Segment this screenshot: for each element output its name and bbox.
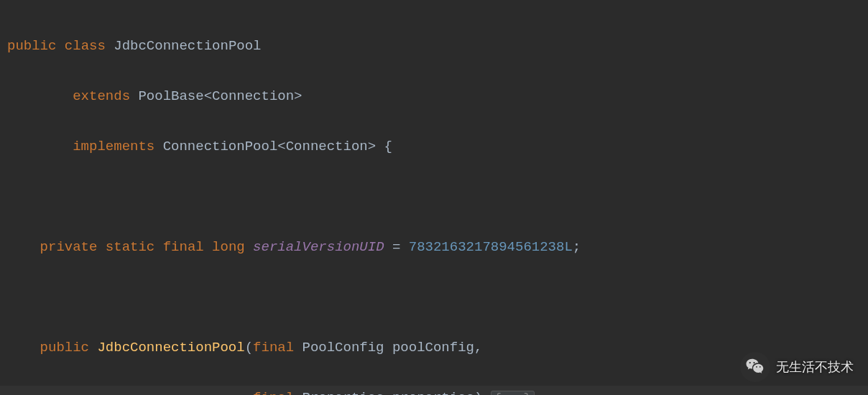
fold-region[interactable]: {...} bbox=[491, 391, 535, 395]
code-line bbox=[0, 185, 868, 210]
code-line: final Properties properties) {...} bbox=[0, 386, 868, 395]
code-line: implements ConnectionPool<Connection> { bbox=[0, 134, 868, 159]
wechat-icon bbox=[740, 352, 770, 382]
code-line bbox=[0, 285, 868, 310]
code-line: public class JdbcConnectionPool bbox=[0, 34, 868, 59]
code-line: extends PoolBase<Connection> bbox=[0, 84, 868, 109]
code-editor[interactable]: public class JdbcConnectionPool extends … bbox=[0, 0, 868, 395]
watermark-text: 无生活不技术 bbox=[776, 355, 854, 380]
watermark: 无生活不技术 bbox=[740, 352, 854, 382]
code-line: public JdbcConnectionPool(final PoolConf… bbox=[0, 335, 868, 361]
code-line: private static final long serialVersionU… bbox=[0, 235, 868, 260]
